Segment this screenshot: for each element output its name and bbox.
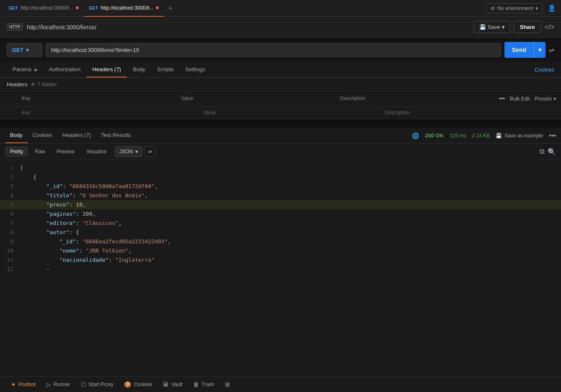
copy-button[interactable]: ⧉ bbox=[540, 148, 544, 156]
table-header-row: Key Value Description ••• Bulk Edit Pres… bbox=[0, 91, 561, 106]
bottom-bar: ✦ Postbot ▷ Runner ⬡ Start Proxy 🍪 Cooki… bbox=[0, 376, 561, 392]
bulk-edit-button[interactable]: Bulk Edit bbox=[510, 96, 530, 102]
response-time: 115 ms bbox=[450, 133, 466, 139]
format-selector[interactable]: JSON ▾ bbox=[115, 146, 142, 157]
value-header: Value bbox=[176, 94, 335, 103]
response-tab-cookies[interactable]: Cookies bbox=[28, 128, 57, 143]
json-response-body[interactable]: 1 [ 2 { 3 "_id": "6684316c50d0a7aa0172df… bbox=[0, 160, 561, 376]
grid-icon: ⊞ bbox=[225, 381, 230, 388]
tab-bar-right: ⊘ No environment ▾ 👤 bbox=[486, 3, 558, 14]
presets-button[interactable]: Presets ▾ bbox=[535, 96, 556, 102]
request-bar: HTTP http://localhost:3000/livros/ 💾 Sav… bbox=[0, 17, 561, 38]
fmt-tab-visualize[interactable]: Visualize bbox=[81, 146, 111, 157]
json-line-1: 1 [ bbox=[0, 163, 561, 173]
cookies-icon: 🍪 bbox=[124, 381, 131, 388]
add-tab-button[interactable]: + bbox=[164, 0, 177, 17]
environment-label: No environment bbox=[497, 5, 533, 11]
profile-button[interactable]: 👤 bbox=[546, 3, 558, 14]
method-selector[interactable]: GET ▾ bbox=[7, 43, 42, 57]
json-line-10: 10 "nome": "JRR Tolkien", bbox=[0, 246, 561, 255]
send-button[interactable]: Send ▾ bbox=[504, 42, 545, 58]
tab-body[interactable]: Body bbox=[127, 62, 151, 77]
postbot-icon: ✦ bbox=[11, 381, 16, 388]
search-response-button[interactable]: 🔍 bbox=[548, 148, 556, 156]
tab1-url: http://localhost:3000/li... bbox=[21, 5, 73, 11]
eye-icon: 👁 bbox=[31, 82, 36, 88]
start-proxy-button[interactable]: ⬡ Start Proxy bbox=[77, 379, 117, 389]
headers-table: Key Value Description ••• Bulk Edit Pres… bbox=[0, 91, 561, 119]
response-tab-test-results[interactable]: Test Results bbox=[96, 128, 136, 143]
postbot-label: Postbot bbox=[18, 382, 36, 387]
request-title: http://localhost:3000/livros/ bbox=[27, 24, 470, 31]
response-tab-headers[interactable]: Headers (7) bbox=[57, 128, 96, 143]
section-divider bbox=[0, 119, 561, 128]
tab-params[interactable]: Params bbox=[7, 62, 43, 77]
save-button[interactable]: 💾 Save ▾ bbox=[474, 21, 510, 33]
method-chevron-icon: ▾ bbox=[26, 47, 29, 53]
presets-chevron-icon: ▾ bbox=[553, 96, 556, 102]
json-line-6: 6 "paginas": 200, bbox=[0, 209, 561, 219]
environment-selector[interactable]: ⊘ No environment ▾ bbox=[486, 3, 543, 13]
json-line-2: 2 { bbox=[0, 173, 561, 182]
hidden-count: 7 hidden bbox=[37, 82, 57, 88]
response-tab-body[interactable]: Body bbox=[5, 128, 28, 143]
tab-settings[interactable]: Settings bbox=[179, 62, 211, 77]
proxy-icon: ⬡ bbox=[81, 381, 86, 388]
save-example-label: Save as example bbox=[504, 133, 543, 139]
empty-key[interactable]: Key bbox=[17, 106, 198, 119]
trash-icon: 🗑 bbox=[193, 381, 199, 388]
description-header: Description bbox=[335, 94, 494, 103]
postbot-button[interactable]: ✦ Postbot bbox=[7, 379, 40, 389]
json-line-11: 11 "nacionalidade": "Inglaterra" bbox=[0, 255, 561, 265]
empty-checkbox bbox=[0, 106, 17, 119]
save-label: Save bbox=[488, 24, 500, 30]
tab-1[interactable]: GET http://localhost:3000/li... bbox=[3, 0, 84, 17]
start-proxy-label: Start Proxy bbox=[88, 382, 113, 387]
more-icon[interactable]: ••• bbox=[499, 95, 505, 102]
headers-section: Headers 👁 7 hidden bbox=[0, 78, 561, 91]
tab-2[interactable]: GET http://localhost:3000/li... bbox=[84, 0, 164, 17]
send-label: Send bbox=[504, 46, 534, 53]
cookies-button[interactable]: 🍪 Cookies bbox=[120, 379, 156, 389]
headers-title: Headers bbox=[7, 81, 27, 88]
request-tabs-nav: Params Authorization Headers (7) Body Sc… bbox=[0, 62, 561, 78]
vault-button[interactable]: 🏛 Vault bbox=[159, 379, 186, 389]
trash-button[interactable]: 🗑 Trash bbox=[189, 379, 218, 389]
code-button[interactable]: </> bbox=[545, 23, 554, 31]
fmt-tab-raw[interactable]: Raw bbox=[30, 146, 50, 157]
wrap-button[interactable]: ⇌ bbox=[144, 146, 156, 157]
tab-scripts[interactable]: Scripts bbox=[151, 62, 180, 77]
fmt-tab-preview[interactable]: Preview bbox=[52, 146, 80, 157]
tab2-method: GET bbox=[89, 5, 98, 10]
tab1-unsaved-dot bbox=[76, 6, 79, 9]
params-dot bbox=[34, 69, 37, 71]
tab1-method: GET bbox=[8, 5, 18, 10]
response-meta: 🌐 200 OK 115 ms 2.14 KB 💾 Save as exampl… bbox=[412, 132, 556, 139]
grid-button[interactable]: ⊞ bbox=[221, 379, 234, 389]
redirect-button[interactable]: ⇌ bbox=[549, 46, 554, 54]
no-env-icon: ⊘ bbox=[491, 5, 495, 11]
status-badge: 200 OK bbox=[425, 132, 444, 139]
empty-value[interactable]: Value bbox=[198, 106, 380, 119]
runner-button[interactable]: ▷ Runner bbox=[42, 379, 74, 389]
format-bar-right: ⧉ 🔍 bbox=[540, 148, 556, 156]
tab-headers[interactable]: Headers (7) bbox=[86, 62, 127, 77]
share-button[interactable]: Share bbox=[514, 21, 541, 33]
tab-authorization[interactable]: Authorization bbox=[43, 62, 86, 77]
url-input[interactable] bbox=[46, 43, 501, 57]
response-more-button[interactable]: ••• bbox=[549, 132, 556, 139]
trash-label: Trash bbox=[202, 382, 214, 387]
save-example-button[interactable]: 💾 Save as example bbox=[496, 133, 543, 139]
json-line-3: 3 "_id": "6684316c50d0a7aa0172df04", bbox=[0, 182, 561, 191]
tab-bar: GET http://localhost:3000/li... GET http… bbox=[0, 0, 561, 17]
cookies-link[interactable]: Cookies bbox=[535, 67, 554, 73]
fmt-tab-pretty[interactable]: Pretty bbox=[5, 146, 28, 157]
json-line-5: 5 "preco": 10, bbox=[0, 200, 561, 209]
table-empty-row: Key Value Description bbox=[0, 106, 561, 119]
empty-description[interactable]: Description bbox=[380, 106, 561, 119]
cookies-label: Cookies bbox=[134, 382, 152, 387]
format-chevron-icon: ▾ bbox=[135, 149, 138, 155]
table-actions: ••• Bulk Edit Presets ▾ bbox=[494, 94, 561, 103]
runner-icon: ▷ bbox=[47, 381, 51, 388]
env-chevron-icon: ▾ bbox=[535, 5, 538, 11]
